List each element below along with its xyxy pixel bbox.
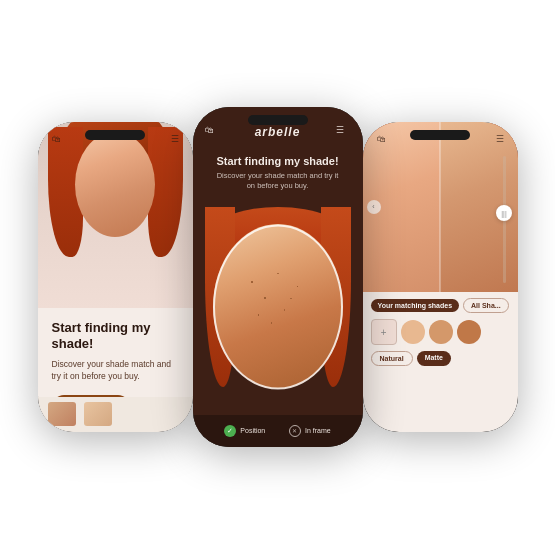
right-top-bar: 🛍 ☰ — [363, 134, 518, 144]
left-subtitle: Discover your shade match and try it on … — [52, 359, 179, 383]
right-face-area: ‹ ||| — [363, 122, 518, 293]
add-swatch[interactable]: + — [371, 319, 397, 345]
right-bottom: Your matching shades All Sha... + Natura… — [363, 292, 518, 372]
phones-container: 🛍 ☰ Start finding my shade! Discover you… — [0, 0, 555, 553]
natural-filter-btn[interactable]: Natural — [371, 351, 413, 366]
swatch-medium[interactable] — [457, 320, 481, 344]
left-face-oval — [75, 132, 155, 237]
center-menu-icon: ☰ — [336, 125, 350, 139]
center-screen: 🛍 arbelle ☰ Start finding my shade! Disc… — [193, 107, 363, 447]
filter-row: Natural Matte — [371, 351, 510, 366]
left-title: Start finding my shade! — [52, 320, 179, 354]
phone-left: 🛍 ☰ Start finding my shade! Discover you… — [38, 122, 193, 432]
brand-name: arbelle — [255, 125, 301, 139]
inframe-btn[interactable]: ✕ In frame — [289, 425, 331, 437]
center-subtitle: Discover your shade match and try it on … — [193, 171, 363, 202]
center-title: Start finding my shade! — [193, 147, 363, 171]
right-menu-icon: ☰ — [496, 134, 504, 144]
x-icon: ✕ — [289, 425, 301, 437]
left-menu-icon: ☰ — [171, 134, 179, 144]
matching-shades-tab[interactable]: Your matching shades — [371, 299, 460, 312]
face-oval-outline — [213, 224, 343, 389]
phone-right: 🛍 ☰ ‹ ||| Your mat — [363, 122, 518, 432]
shades-tab-row: Your matching shades All Sha... — [371, 298, 510, 313]
opacity-slider[interactable]: ||| — [503, 156, 506, 284]
right-bag-icon: 🛍 — [377, 134, 386, 144]
swatch-medium-light[interactable] — [429, 320, 453, 344]
right-screen: 🛍 ☰ ‹ ||| Your mat — [363, 122, 518, 432]
left-top-bar: 🛍 ☰ — [38, 134, 193, 144]
swatches-row: + — [371, 319, 510, 345]
center-bottom-bar: ✓ Position ✕ In frame — [193, 415, 363, 447]
swatch-light[interactable] — [401, 320, 425, 344]
center-bag-icon: 🛍 — [205, 125, 219, 139]
center-notch — [248, 115, 308, 125]
phone-center: 🛍 arbelle ☰ Start finding my shade! Disc… — [193, 107, 363, 447]
product-thumbnail-2 — [84, 402, 112, 426]
matte-filter-btn[interactable]: Matte — [417, 351, 451, 366]
slider-handle[interactable]: ||| — [496, 205, 512, 221]
center-header: 🛍 arbelle ☰ — [193, 107, 363, 147]
left-face-photo — [38, 122, 193, 308]
check-icon: ✓ — [224, 425, 236, 437]
left-nav-icon[interactable]: ‹ — [367, 200, 381, 214]
position-btn[interactable]: ✓ Position — [224, 425, 265, 437]
left-bottom-strip — [38, 397, 193, 432]
split-line — [440, 122, 441, 293]
all-shades-tab[interactable]: All Sha... — [463, 298, 509, 313]
product-thumbnail-1 — [48, 402, 76, 426]
center-face-area — [193, 207, 363, 407]
left-bag-icon: 🛍 — [52, 134, 61, 144]
left-screen: 🛍 ☰ Start finding my shade! Discover you… — [38, 122, 193, 432]
